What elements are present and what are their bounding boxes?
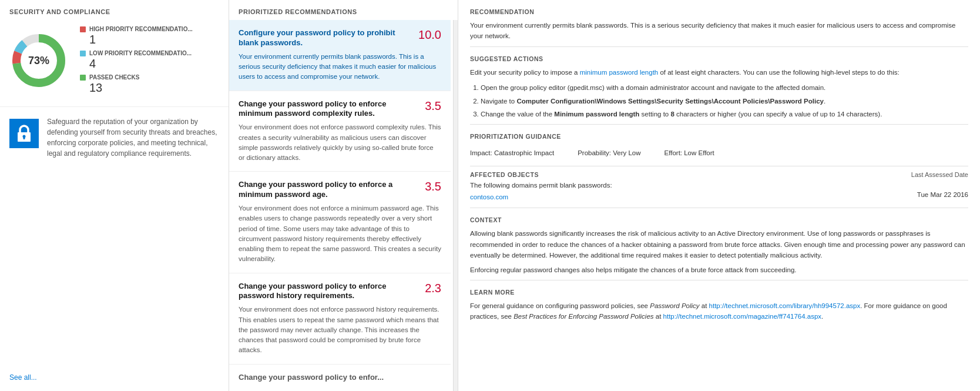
context-title: CONTEXT <box>470 216 968 223</box>
donut-chart: 73% <box>9 31 68 90</box>
rec-score-3: 2.3 <box>425 282 441 295</box>
learn-more-text-2: at <box>700 302 709 309</box>
rec-title-1: Change your password policy to enforce m… <box>239 99 420 119</box>
right-panel: RECOMMENDATION Your environment currentl… <box>458 0 980 391</box>
learn-more-text: For general guidance on configuring pass… <box>470 300 968 322</box>
learn-more-link-2[interactable]: http://technet.microsoft.com/magazine/ff… <box>663 313 822 320</box>
probability-label: Probability: Very Low <box>578 149 640 156</box>
legend-high: HIGH PRIORITY RECOMMENDATIO... 1 <box>80 26 193 46</box>
rec-item-3[interactable]: Change your password policy to enforce p… <box>229 273 451 365</box>
svg-rect-6 <box>24 136 25 139</box>
left-panel: SECURITY AND COMPLIANCE 73% <box>0 0 229 391</box>
rec-score-1: 3.5 <box>425 99 441 113</box>
legend: HIGH PRIORITY RECOMMENDATIO... 1 LOW PRI… <box>80 26 193 95</box>
learn-more-text-5: . <box>821 313 823 320</box>
info-section: Safeguard the reputation of your organiz… <box>0 107 229 369</box>
rec-score-0: 10.0 <box>418 28 441 42</box>
action-item-3: Change the value of the Minimum password… <box>481 109 968 119</box>
divider-4 <box>470 208 968 208</box>
lock-icon-box <box>9 119 39 148</box>
rec-title-2: Change your password policy to enforce a… <box>239 180 420 200</box>
rec-desc-0: Your environment currently permits blank… <box>239 52 441 82</box>
legend-passed: PASSED CHECKS 13 <box>80 74 193 95</box>
context-text-1: Allowing blank passwords significantly i… <box>470 228 968 260</box>
affected-text: The following domains permit blank passw… <box>470 182 968 189</box>
recommendation-text: Your environment currently permits blank… <box>470 20 968 42</box>
rec-item-2[interactable]: Change your password policy to enforce a… <box>229 172 451 273</box>
see-all-link[interactable]: See all... <box>0 369 229 391</box>
suggested-actions-title: SUGGESTED ACTIONS <box>470 55 968 62</box>
impact-label: Impact: Catastrophic Impact <box>470 149 554 156</box>
divider-3 <box>470 166 968 166</box>
divider-5 <box>470 280 968 280</box>
rec-title-4: Change your password policy to enfor... <box>239 373 441 383</box>
affected-objects-title: AFFECTED OBJECTS <box>470 171 539 178</box>
rec-item-0[interactable]: Configure your password policy to prohib… <box>229 20 451 91</box>
learn-more-italic-2: Best Practices for Enforcing Password Po… <box>514 313 653 320</box>
affected-date: Tue Mar 22 2016 <box>917 191 968 198</box>
middle-panel-title: PRIORITIZED RECOMMENDATIONS <box>229 0 458 20</box>
high-priority-value: 1 <box>80 32 193 46</box>
score-section: 73% HIGH PRIORITY RECOMMENDATIO... 1 LOW… <box>0 20 229 107</box>
scrollbar[interactable] <box>453 20 458 391</box>
affected-header: AFFECTED OBJECTS Last Assessed Date <box>470 171 968 178</box>
low-priority-value: 4 <box>80 56 193 71</box>
action-item-1: Open the group policy editor (gpedit.msc… <box>481 82 968 93</box>
actions-list: Open the group policy editor (gpedit.msc… <box>470 82 968 119</box>
passed-checks-dot <box>80 75 86 81</box>
low-priority-label: LOW PRIORITY RECOMMENDATIO... <box>89 50 192 56</box>
rec-desc-2: Your environment does not enforce a mini… <box>239 203 441 265</box>
rec-title-0: Configure your password policy to prohib… <box>239 28 414 48</box>
rec-item-1[interactable]: Change your password policy to enforce m… <box>229 91 451 172</box>
recommendation-section-title: RECOMMENDATION <box>470 8 968 15</box>
suggested-intro: Edit your security policy to impose a mi… <box>470 67 968 78</box>
middle-panel: PRIORITIZED RECOMMENDATIONS Configure yo… <box>229 0 458 391</box>
action-item-2: Navigate to Computer Configuration\Windo… <box>481 96 968 106</box>
learn-more-text-4: at <box>654 313 663 320</box>
effort-label: Effort: Low Effort <box>664 149 714 156</box>
affected-domain-link[interactable]: contoso.com <box>470 193 508 200</box>
rec-title-3: Change your password policy to enforce p… <box>239 282 420 302</box>
divider-1 <box>470 46 968 47</box>
rec-desc-3: Your environment does not enforce passwo… <box>239 305 441 355</box>
min-password-link[interactable]: minimum password length <box>580 69 659 76</box>
last-assessed-label: Last Assessed Date <box>911 171 968 178</box>
rec-item-4[interactable]: Change your password policy to enfor... <box>229 365 451 391</box>
info-text: Safeguard the reputation of your organiz… <box>47 116 219 159</box>
passed-checks-label: PASSED CHECKS <box>89 74 139 81</box>
lock-icon <box>16 124 32 143</box>
left-panel-title: SECURITY AND COMPLIANCE <box>0 0 229 20</box>
divider-2 <box>470 124 968 125</box>
learn-more-text-1: For general guidance on configuring pass… <box>470 302 650 309</box>
rec-desc-1: Your environment does not enforce passwo… <box>239 122 441 163</box>
learn-more-link-1[interactable]: http://technet.microsoft.com/library/hh9… <box>709 302 861 309</box>
passed-checks-value: 13 <box>80 81 193 95</box>
high-priority-label: HIGH PRIORITY RECOMMENDATIO... <box>89 26 193 32</box>
prioritization-title: PRIORITIZATION GUIDANCE <box>470 133 968 140</box>
learn-more-italic-1: Password Policy <box>650 302 699 309</box>
prioritization-row: Impact: Catastrophic Impact Probability:… <box>470 145 968 161</box>
learn-more-title: LEARN MORE <box>470 289 968 296</box>
low-priority-dot <box>80 51 86 56</box>
rec-score-2: 3.5 <box>425 180 441 193</box>
context-text-2: Enforcing regular password changes also … <box>470 265 968 275</box>
legend-low: LOW PRIORITY RECOMMENDATIO... 4 <box>80 50 193 71</box>
high-priority-dot <box>80 26 86 32</box>
donut-percentage: 73% <box>28 54 49 66</box>
recommendations-list: Configure your password policy to prohib… <box>229 20 453 391</box>
